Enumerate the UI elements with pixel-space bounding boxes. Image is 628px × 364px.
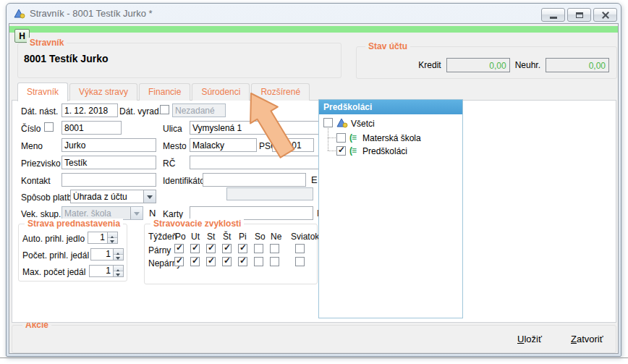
- screenshot-page: Stravník - 8001 Testík Jurko * H Stravní…: [0, 0, 628, 364]
- neuhr-value-field: 0,00: [546, 58, 609, 72]
- tab-stravnik[interactable]: Stravník: [17, 82, 68, 101]
- neparny-pi-checkbox[interactable]: [238, 257, 247, 266]
- close-button-initial: Z: [571, 334, 577, 344]
- title-bar[interactable]: Stravník - 8001 Testík Jurko *: [7, 4, 621, 23]
- parny-ne-checkbox[interactable]: [270, 244, 279, 253]
- window-title: Stravník - 8001 Testík Jurko *: [30, 8, 153, 19]
- vek-skup-n-suffix: N: [149, 208, 156, 219]
- sposob-platby-extra-field: [226, 187, 313, 200]
- dat-vyrad-label: Dát. vyrad.: [119, 106, 161, 117]
- tree-vsetci-checkbox[interactable]: [323, 118, 333, 127]
- identifikator-e-suffix: E: [311, 174, 318, 185]
- tab-bar: Stravník Výkaz stravy Financie Súrodenci…: [17, 82, 310, 101]
- parny-so-checkbox[interactable]: [254, 244, 263, 253]
- kredit-value-field: 0,00: [446, 58, 510, 72]
- app-logo-icon: [336, 118, 348, 128]
- day-header-po: Po: [175, 232, 186, 242]
- neparny-stv-checkbox[interactable]: [222, 257, 232, 266]
- spinner-value: 1: [88, 232, 107, 243]
- stravnik-tab-page: Dát. nást. Dát. vyrad. Číslo Ulica Meno …: [12, 100, 616, 323]
- identifikator-label: Identifikátor: [163, 176, 208, 186]
- day-header-ut: Ut: [191, 232, 200, 242]
- tree-connector: [328, 151, 336, 151]
- spinner-buttons-icon[interactable]: [107, 232, 117, 243]
- dat-vyrad-input: [172, 103, 226, 117]
- save-button[interactable]: Uložiť: [517, 334, 542, 344]
- tab-surodenci[interactable]: Súrodenci: [192, 83, 250, 101]
- tab-vykaz-stravy[interactable]: Výkaz stravy: [69, 83, 137, 101]
- kontakt-input[interactable]: [61, 173, 156, 187]
- tree-item-predskolaci[interactable]: Predškoláci: [362, 146, 407, 156]
- minimize-button[interactable]: [541, 8, 565, 22]
- parny-st-checkbox[interactable]: [206, 244, 216, 253]
- dat-nast-input[interactable]: [61, 103, 118, 117]
- tree-item-materska-skola[interactable]: Materská škola: [362, 133, 421, 143]
- mesto-input[interactable]: [190, 138, 257, 152]
- sposob-platby-label: Spôsob platby: [21, 192, 76, 203]
- cislo-input[interactable]: [61, 121, 122, 135]
- group-icon: (≡: [349, 132, 356, 143]
- parny-ut-checkbox[interactable]: [190, 244, 200, 253]
- panel-title: Predškoláci: [319, 100, 462, 114]
- close-window-button[interactable]: Zatvoriť: [571, 334, 603, 344]
- tree-predskolaci-checkbox[interactable]: [336, 146, 346, 156]
- parny-po-checkbox[interactable]: [174, 244, 184, 253]
- tree-item-vsetci[interactable]: Všetci: [351, 119, 375, 129]
- close-button-rest: atvoriť: [577, 334, 603, 344]
- dat-vyrad-checkbox[interactable]: [160, 105, 169, 114]
- client-area: H Stravník 8001 Testík Jurko Stav účtu K…: [9, 23, 619, 354]
- neparny-ut-checkbox[interactable]: [190, 257, 200, 266]
- cislo-checkbox[interactable]: [44, 122, 54, 132]
- neparny-so-checkbox[interactable]: [254, 257, 263, 266]
- max-pocet-jedal-label: Max. počet jedál: [22, 267, 85, 277]
- strava-group-label: Strava prednastavenia: [25, 219, 123, 229]
- karty-label: Karty: [163, 209, 183, 219]
- spinner-buttons-icon[interactable]: [113, 266, 123, 276]
- max-pocet-jedal-spinner[interactable]: 1: [89, 265, 124, 277]
- status-green-bar: [9, 26, 618, 33]
- mesto-label: Mesto: [163, 141, 187, 151]
- neparny-po-checkbox[interactable]: [174, 257, 184, 266]
- maximize-button[interactable]: [567, 8, 591, 22]
- spinner-value: 1: [90, 266, 113, 276]
- zvyklosti-group-label: Stravovacie zvyklosti: [150, 219, 244, 229]
- tree-materska-skola-checkbox[interactable]: [336, 133, 346, 143]
- neparny-st-checkbox[interactable]: [206, 257, 216, 266]
- kontakt-label: Kontakt: [21, 176, 51, 186]
- spinner-buttons-icon[interactable]: [113, 249, 123, 260]
- maximize-icon: [576, 12, 583, 18]
- meno-input[interactable]: [61, 138, 156, 152]
- account-status-groupbox: Stav účtu Kredit 0,00 Neuhr. 0,00: [356, 46, 617, 79]
- tree-connector: [328, 128, 328, 151]
- ulica-input[interactable]: [190, 121, 322, 135]
- rc-label: RČ: [163, 158, 175, 169]
- chevron-down-icon: [130, 207, 143, 219]
- app-window: Stravník - 8001 Testík Jurko * H Stravní…: [6, 3, 621, 357]
- rc-input[interactable]: [190, 156, 322, 169]
- parny-stv-checkbox[interactable]: [222, 244, 232, 253]
- tab-financie[interactable]: Financie: [139, 83, 190, 101]
- kredit-label: Kredit: [418, 60, 441, 70]
- psc-input[interactable]: [272, 138, 314, 152]
- identifikator-input[interactable]: [203, 173, 306, 187]
- auto-prihl-jedlo-spinner[interactable]: 1: [88, 232, 118, 244]
- priezvisko-input[interactable]: [61, 156, 156, 169]
- sposob-platby-dropdown[interactable]: Úhrada z účtu: [70, 190, 156, 203]
- predskolaci-panel: Predškoláci Všetci (≡ Materská škola (≡: [318, 99, 463, 318]
- day-header-so: So: [255, 232, 266, 242]
- chevron-down-icon[interactable]: [143, 190, 156, 203]
- save-button-rest: ložiť: [524, 334, 541, 344]
- neparny-ne-checkbox[interactable]: [270, 257, 279, 266]
- parny-sviatok-checkbox[interactable]: [295, 244, 305, 253]
- pocet-prihl-jedal-label: Počet. prihl. jedál: [22, 250, 89, 261]
- priezvisko-label: Priezvisko: [21, 158, 61, 169]
- close-button[interactable]: [593, 8, 617, 22]
- auto-prihl-jedlo-label: Auto. prihl. jedlo: [22, 234, 85, 244]
- neparny-sviatok-checkbox[interactable]: [295, 257, 305, 266]
- close-icon: [601, 12, 610, 19]
- pocet-prihl-jedal-spinner[interactable]: 1: [90, 248, 124, 261]
- parny-pi-checkbox[interactable]: [238, 244, 247, 253]
- diner-name: 8001 Testík Jurko: [24, 53, 108, 64]
- tab-rozsirene[interactable]: Rozšírené: [251, 83, 310, 101]
- minimize-icon: [550, 17, 557, 19]
